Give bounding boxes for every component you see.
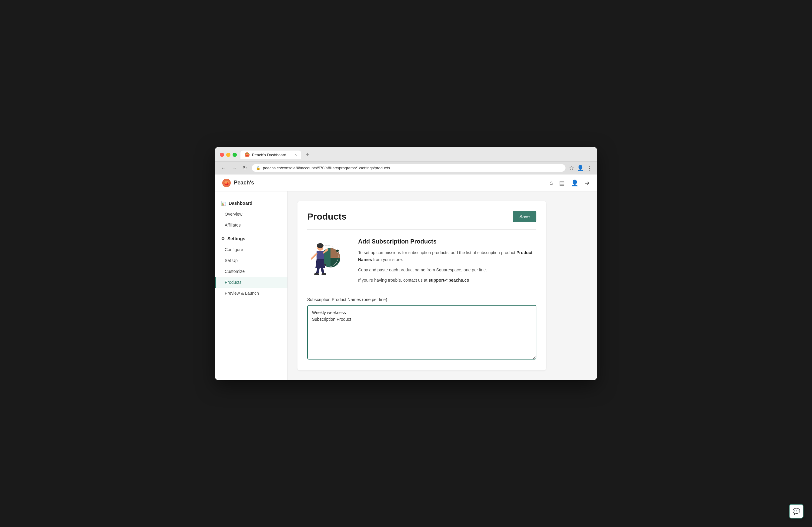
refresh-button[interactable]: ↻ bbox=[242, 164, 248, 171]
main-content: 📊 Dashboard Overview Affiliates ⚙ Settin… bbox=[215, 192, 597, 380]
browser-tab[interactable]: 🍑 Peach's Dashboard × bbox=[241, 151, 301, 159]
sidebar-item-customize[interactable]: Customize bbox=[215, 266, 288, 277]
sidebar-item-overview[interactable]: Overview bbox=[215, 209, 288, 220]
logo-text: Peach's bbox=[234, 180, 254, 186]
browser-actions: ☆ 👤 ⋮ bbox=[569, 165, 592, 171]
traffic-lights bbox=[220, 153, 237, 157]
menu-icon[interactable]: ⋮ bbox=[587, 165, 592, 171]
sidebar-item-products[interactable]: Products bbox=[215, 277, 288, 288]
sidebar-header-settings[interactable]: ⚙ Settings bbox=[215, 233, 288, 244]
back-button[interactable]: ← bbox=[220, 165, 227, 171]
tab-favicon: 🍑 bbox=[245, 152, 249, 157]
lock-icon: 🔒 bbox=[256, 166, 260, 170]
user-icon[interactable]: 👤 bbox=[571, 179, 579, 186]
sidebar-settings-label: Settings bbox=[228, 236, 245, 241]
page-content: Products Save bbox=[288, 192, 597, 380]
subscription-info: Add Subscription Products To set up comm… bbox=[358, 238, 536, 287]
illustration-svg bbox=[309, 238, 348, 277]
svg-rect-4 bbox=[317, 251, 324, 259]
cards-icon[interactable]: ▤ bbox=[559, 179, 565, 186]
logout-icon[interactable]: ➜ bbox=[584, 179, 590, 186]
settings-icon: ⚙ bbox=[221, 236, 225, 241]
subscription-heading: Add Subscription Products bbox=[358, 238, 536, 245]
address-bar[interactable]: 🔒 peachs.co/console/#!/accounts/570/affi… bbox=[252, 164, 565, 172]
svg-point-11 bbox=[321, 273, 326, 275]
app-container: 🍑 Peach's ⌂ ▤ 👤 ➜ 📊 Dashboard bbox=[215, 175, 597, 380]
sidebar-item-setup[interactable]: Set Up bbox=[215, 255, 288, 266]
sidebar-section-settings: ⚙ Settings Configure Set Up Customize Pr… bbox=[215, 233, 288, 299]
product-names-textarea[interactable]: Weekly weekness Subscription Product bbox=[307, 305, 536, 360]
sidebar-section-dashboard: 📊 Dashboard Overview Affiliates bbox=[215, 197, 288, 230]
url-text: peachs.co/console/#!/accounts/570/affili… bbox=[263, 166, 390, 170]
svg-point-12 bbox=[324, 264, 326, 266]
svg-point-10 bbox=[314, 273, 319, 275]
sidebar-item-affiliates[interactable]: Affiliates bbox=[215, 220, 288, 230]
chat-widget[interactable]: 💬 bbox=[789, 504, 803, 518]
content-card: Products Save bbox=[298, 201, 546, 371]
subscription-para1: To set up commissions for subscription p… bbox=[358, 249, 536, 263]
sidebar-header-dashboard[interactable]: 📊 Dashboard bbox=[215, 197, 288, 209]
new-tab-button[interactable]: + bbox=[306, 152, 309, 158]
minimize-button[interactable] bbox=[226, 153, 230, 157]
svg-line-6 bbox=[312, 254, 317, 259]
sidebar-item-configure[interactable]: Configure bbox=[215, 244, 288, 255]
tab-close-icon[interactable]: × bbox=[294, 152, 297, 157]
form-section: Subscription Product Names (one per line… bbox=[307, 297, 536, 361]
save-button[interactable]: Save bbox=[513, 211, 536, 222]
subscription-section: Add Subscription Products To set up comm… bbox=[307, 238, 536, 287]
forward-button[interactable]: → bbox=[231, 165, 238, 171]
sidebar-dashboard-label: Dashboard bbox=[229, 200, 252, 206]
subscription-para2: Copy and paste each product name from Sq… bbox=[358, 267, 536, 273]
sidebar-item-preview-launch[interactable]: Preview & Launch bbox=[215, 288, 288, 299]
browser-window: 🍑 Peach's Dashboard × + ← → ↻ 🔒 peachs.c… bbox=[215, 147, 597, 380]
browser-addressbar: ← → ↻ 🔒 peachs.co/console/#!/accounts/57… bbox=[215, 162, 597, 175]
fullscreen-button[interactable] bbox=[233, 153, 237, 157]
form-label: Subscription Product Names (one per line… bbox=[307, 297, 536, 302]
page-header: Products Save bbox=[307, 211, 536, 229]
sidebar: 📊 Dashboard Overview Affiliates ⚙ Settin… bbox=[215, 192, 288, 380]
header-actions: ⌂ ▤ 👤 ➜ bbox=[549, 179, 590, 186]
app-logo: 🍑 Peach's bbox=[222, 179, 254, 187]
home-icon[interactable]: ⌂ bbox=[549, 179, 553, 186]
tab-title: Peach's Dashboard bbox=[252, 153, 286, 157]
svg-point-13 bbox=[336, 250, 339, 252]
profile-icon[interactable]: 👤 bbox=[577, 165, 584, 171]
close-button[interactable] bbox=[220, 153, 224, 157]
dashboard-icon: 📊 bbox=[221, 201, 226, 206]
illustration bbox=[307, 238, 350, 287]
page-title: Products bbox=[307, 211, 347, 222]
subscription-para3: If you're having trouble, contact us at … bbox=[358, 277, 536, 284]
svg-point-3 bbox=[317, 243, 323, 248]
bookmark-icon[interactable]: ☆ bbox=[569, 165, 574, 171]
svg-marker-5 bbox=[315, 259, 325, 268]
browser-titlebar: 🍑 Peach's Dashboard × + bbox=[215, 147, 597, 162]
app-header: 🍑 Peach's ⌂ ▤ 👤 ➜ bbox=[215, 175, 597, 192]
logo-icon: 🍑 bbox=[222, 179, 231, 187]
